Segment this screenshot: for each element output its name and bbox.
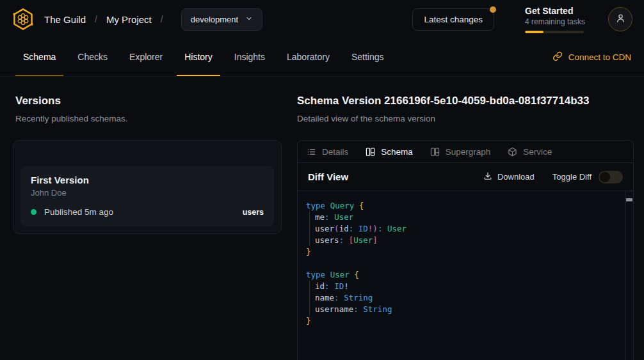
toggle-diff-switch[interactable] <box>599 171 623 184</box>
target-selector-value: development <box>191 15 238 24</box>
connect-to-cdn-label: Connect to CDN <box>568 52 631 62</box>
columns-icon <box>430 147 440 157</box>
code-line: name: String <box>306 292 623 304</box>
get-started-progress-fill <box>525 31 543 33</box>
connect-to-cdn-link[interactable]: Connect to CDN <box>552 38 631 76</box>
diff-view-title: Diff View <box>308 171 483 182</box>
panel-tab-details[interactable]: Details <box>307 147 348 157</box>
schema-code-lines: type Query {me: Useruser(id: ID!): Useru… <box>306 200 623 327</box>
version-name: First Version <box>31 175 264 185</box>
version-status-text: Published 5m ago <box>44 207 243 217</box>
code-line: type Query { <box>306 200 623 212</box>
indent-guide <box>309 292 315 304</box>
versions-column: Versions Recently published schemas. Fir… <box>13 93 282 360</box>
schema-code-viewer: type Query {me: Useruser(id: ID!): Useru… <box>298 191 633 360</box>
indent-guide <box>309 212 315 223</box>
main-content: Versions Recently published schemas. Fir… <box>0 77 644 360</box>
panel-tab-label: Details <box>322 147 348 157</box>
version-list-item[interactable]: First Version John Doe Published 5m ago … <box>20 166 274 226</box>
code-line: } <box>306 246 623 258</box>
versions-list-card: First Version John Doe Published 5m ago … <box>13 140 282 234</box>
code-line: users: [User] <box>306 235 623 246</box>
panel-tab-service[interactable]: Service <box>508 147 552 157</box>
cube-icon <box>508 147 517 157</box>
version-service-badge: users <box>243 208 264 217</box>
latest-changes-label: Latest changes <box>424 15 483 24</box>
panel-tab-label: Service <box>523 147 552 157</box>
toggle-diff-knob <box>600 172 610 182</box>
code-line: type User { <box>306 269 623 281</box>
list-icon <box>307 147 316 157</box>
person-icon <box>615 12 627 27</box>
panel-tab-list: DetailsSchemaSupergraphService <box>298 141 633 163</box>
primary-nav: SchemaChecksExplorerHistoryInsightsLabor… <box>0 38 644 77</box>
panel-tab-supergraph[interactable]: Supergraph <box>430 147 491 157</box>
version-author: John Doe <box>31 188 264 198</box>
diff-toolbar: Diff View Download Toggle Diff <box>298 163 633 191</box>
link-icon <box>552 51 563 63</box>
nav-tab-history[interactable]: History <box>177 38 220 76</box>
download-label: Download <box>497 172 535 182</box>
nav-tab-laboratory[interactable]: Laboratory <box>279 38 337 76</box>
download-button[interactable]: Download <box>483 171 535 182</box>
panel-tab-label: Supergraph <box>446 147 491 157</box>
indent-guide <box>309 281 315 292</box>
download-icon <box>483 171 492 182</box>
breadcrumb-project[interactable]: My Project <box>106 14 152 25</box>
code-scrollbar-thumb[interactable] <box>626 198 632 201</box>
code-line: username: String <box>306 304 623 315</box>
nav-tab-insights[interactable]: Insights <box>227 38 273 76</box>
version-detail-panel: DetailsSchemaSupergraphService Diff View… <box>297 140 634 360</box>
version-detail-title: Schema Version 2166196f-5e10-4059-bd0a-0… <box>297 93 634 109</box>
panel-tab-schema[interactable]: Schema <box>366 147 413 157</box>
nav-tab-schema[interactable]: Schema <box>15 38 63 76</box>
latest-changes-button[interactable]: Latest changes <box>412 8 494 31</box>
user-avatar[interactable] <box>608 7 632 31</box>
versions-title: Versions <box>15 93 282 109</box>
breadcrumb-separator: / <box>95 14 97 24</box>
chevron-down-icon <box>245 15 253 24</box>
indent-guide <box>309 235 315 246</box>
nav-tab-explorer[interactable]: Explorer <box>122 38 170 76</box>
panel-tab-label: Schema <box>381 147 413 157</box>
nav-tab-checks[interactable]: Checks <box>70 38 115 76</box>
code-line: me: User <box>306 212 623 223</box>
columns-icon <box>366 147 375 157</box>
top-bar: The Guild / My Project / development Lat… <box>0 0 644 38</box>
target-selector-dropdown[interactable]: development <box>181 8 262 31</box>
breadcrumb-org[interactable]: The Guild <box>44 14 86 25</box>
get-started-progress-bar <box>525 31 584 33</box>
get-started-widget[interactable]: Get Started 4 remaining tasks <box>525 6 589 33</box>
nav-tab-list: SchemaChecksExplorerHistoryInsightsLabor… <box>15 38 392 76</box>
nav-tab-settings[interactable]: Settings <box>344 38 392 76</box>
code-line: } <box>306 315 623 327</box>
published-status-dot <box>31 209 36 215</box>
version-detail-column: Schema Version 2166196f-5e10-4059-bd0a-0… <box>297 93 634 360</box>
indent-guide <box>309 223 315 235</box>
code-scrollbar[interactable] <box>625 191 633 360</box>
indent-guide <box>309 304 315 315</box>
code-line: id: ID! <box>306 281 623 292</box>
breadcrumb-separator: / <box>161 14 163 24</box>
version-status-row: Published 5m ago users <box>31 207 264 217</box>
code-line: user(id: ID!): User <box>306 223 623 235</box>
versions-subtitle: Recently published schemas. <box>15 113 282 125</box>
version-detail-subtitle: Detailed view of the schema version <box>297 113 634 125</box>
notification-dot <box>490 6 496 13</box>
get-started-subtitle: 4 remaining tasks <box>525 17 589 26</box>
toggle-diff-label: Toggle Diff <box>552 172 592 182</box>
get-started-title: Get Started <box>525 6 589 16</box>
code-line <box>306 258 623 269</box>
guild-logo-icon[interactable] <box>10 6 36 32</box>
